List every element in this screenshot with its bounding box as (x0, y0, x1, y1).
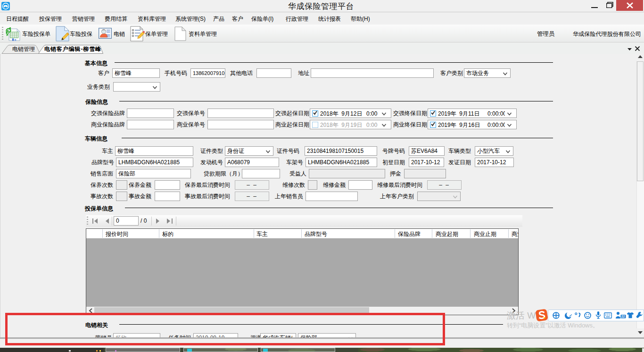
svg-text:电销管理: 电销管理 (12, 46, 35, 52)
svg-text:22: 22 (621, 315, 625, 318)
svg-text:电销客户编辑-柳雪峰: 电销客户编辑-柳雪峰 (44, 46, 101, 52)
